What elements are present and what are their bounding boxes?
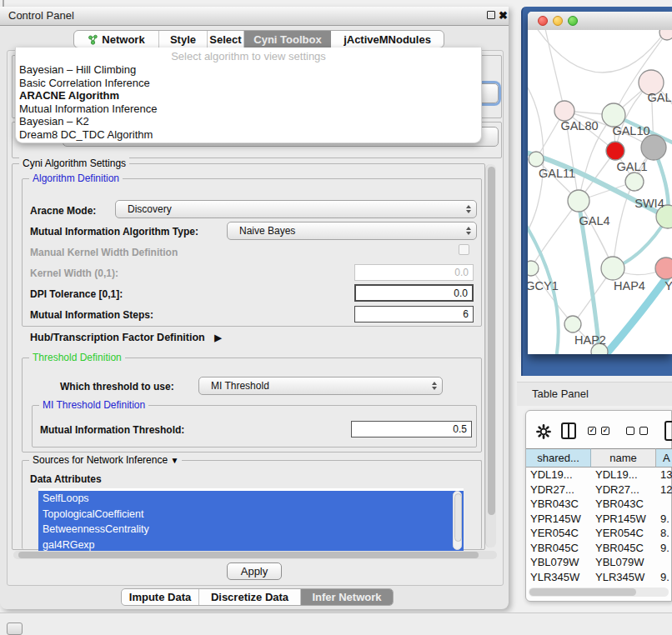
which-threshold-combo[interactable]: MI Threshold [198, 377, 443, 395]
dropdown-item[interactable]: Bayesian – K2 [16, 115, 481, 128]
table-panel-titlebar[interactable]: Table Panel [517, 382, 672, 406]
node-top-partial[interactable] [659, 30, 672, 40]
table-row[interactable]: YBR043C YBR043C [526, 497, 672, 512]
node-gcy1[interactable] [528, 261, 539, 276]
node-left-small[interactable] [529, 152, 544, 167]
column-browser-button[interactable] [561, 422, 576, 439]
control-panel-titlebar[interactable]: Control Panel [0, 7, 509, 26]
dropdown-item[interactable]: Dream8 DC_TDC Algorithm [16, 128, 481, 142]
mi-threshold-field[interactable]: 0.5 [351, 421, 472, 438]
cell-shared: YBR043C [526, 497, 591, 512]
node-label: GAL4 [579, 214, 609, 228]
dropdown-item-selected[interactable]: ARACNE Algorithm [16, 89, 481, 102]
zoom-traffic-light[interactable] [568, 16, 578, 26]
table-row[interactable]: YER054C YER054C 8. [526, 526, 672, 541]
table-row[interactable]: YBL079W YBL079W [526, 555, 672, 570]
node-gal4[interactable] [568, 190, 589, 212]
settings-horizontal-scrollbar[interactable] [13, 551, 497, 559]
manual-kernel-checkbox[interactable] [459, 244, 469, 255]
tab-infer-network[interactable]: Infer Network [301, 589, 393, 605]
cell-name: YDR27... [591, 482, 656, 498]
node-label: GCY1 [528, 279, 559, 292]
data-attributes-list[interactable]: SelfLoops TopologicalCoefficient Between… [38, 488, 464, 552]
node-label: GAL11 [539, 167, 575, 180]
table-row[interactable]: YDR27... YDR27... 12 [526, 482, 672, 498]
table-settings-button[interactable] [536, 424, 551, 442]
checked-box-icon: ✓ [601, 427, 609, 435]
table-row[interactable]: YLR345W YLR345W 9. [526, 570, 672, 585]
list-scrollbar[interactable] [453, 491, 462, 550]
dropdown-item[interactable]: Mutual Information Inference [16, 102, 481, 116]
tab-select[interactable]: Select [208, 31, 244, 48]
tab-style[interactable]: Style [159, 31, 208, 48]
node-gal80[interactable] [554, 101, 574, 121]
node-gal1[interactable] [625, 172, 644, 191]
algorithm-definition-title: Algorithm Definition [29, 172, 123, 185]
table-row[interactable]: YPR145W YPR145W 9. [526, 512, 672, 527]
column-header-shared[interactable]: shared... [526, 448, 591, 468]
mi-steps-label: Mutual Information Steps: [30, 309, 153, 321]
table-horizontal-scrollbar[interactable] [529, 588, 669, 597]
tab-impute-data-label: Impute Data [129, 591, 191, 603]
float-window-icon[interactable] [487, 11, 495, 19]
node-red[interactable] [606, 142, 624, 160]
tab-jactivemnodules[interactable]: jActiveMNodules [331, 31, 444, 48]
tab-impute-data[interactable]: Impute Data [122, 589, 199, 605]
node-hap4[interactable] [601, 257, 624, 280]
network-window-titlebar[interactable] [528, 12, 672, 31]
cell-shared: YBL079W [526, 555, 591, 570]
node-salmon[interactable] [655, 258, 672, 279]
dropdown-item[interactable]: Basic Correlation Inference [16, 77, 481, 90]
sources-toggle[interactable]: Sources for Network Inference ▼ [29, 454, 182, 467]
hub-definition-toggle[interactable]: Hub/Transcription Factor Definition ▶ [30, 332, 222, 343]
combo-arrows-icon [466, 205, 471, 213]
aracne-mode-combo[interactable]: Discovery [115, 200, 477, 218]
table-row[interactable]: YDL19... YDL19... 13 [526, 468, 672, 482]
cell-value [656, 497, 672, 512]
tab-cyni-toolbox[interactable]: Cyni Toolbox [244, 31, 331, 48]
bottom-strip [0, 612, 672, 635]
tab-network[interactable]: Network [74, 31, 159, 48]
network-canvas[interactable]: GAL GAL80 GAL10 GAL11 GAL1 SWI4 GAL4 GCY… [528, 30, 672, 354]
export-table-button[interactable] [664, 421, 672, 441]
mi-steps-field[interactable]: 6 [354, 306, 474, 322]
mi-type-combo[interactable]: Naive Bayes [227, 222, 477, 240]
node-gray[interactable] [641, 135, 666, 160]
dropdown-item[interactable]: Bayesian – Hill Climbing [16, 63, 481, 77]
table-row[interactable]: YIL052C YIL052C 9 [526, 584, 672, 586]
cyni-algorithm-settings-title: Cyni Algorithm Settings [19, 158, 129, 170]
algorithm-dropdown-popup: Select algorithm to view settings Bayesi… [15, 48, 482, 143]
cell-shared: YDL19... [526, 468, 591, 482]
column-header-name[interactable]: name [591, 448, 656, 468]
cell-value [656, 555, 672, 570]
dpi-tolerance-field[interactable]: 0.0 [354, 284, 474, 302]
apply-button[interactable]: Apply [227, 562, 282, 580]
kernel-width-field[interactable]: 0.0 [354, 264, 474, 281]
node-hap2[interactable] [564, 316, 581, 332]
deselect-all-button[interactable] [626, 427, 648, 435]
cell-shared: YPR145W [526, 512, 591, 527]
list-item[interactable]: TopologicalCoefficient [38, 507, 464, 522]
column-header-partial[interactable]: A [656, 448, 672, 468]
select-all-button[interactable]: ✓ ✓ [588, 427, 609, 435]
table-row[interactable]: YBR045C YBR045C 9. [526, 541, 672, 556]
cell-shared: YBR045C [526, 541, 591, 556]
cell-value: 9 [656, 584, 672, 586]
cell-value: 9. [656, 541, 672, 556]
cell-value: 9. [656, 512, 672, 527]
cell-shared: YER054C [526, 526, 591, 541]
list-item[interactable]: SelfLoops [38, 491, 464, 507]
tab-discretize-data[interactable]: Discretize Data [199, 589, 301, 605]
split-columns-icon [568, 424, 569, 438]
node-gal10[interactable] [602, 103, 625, 127]
settings-vertical-scrollbar[interactable] [485, 164, 496, 548]
close-traffic-light[interactable] [538, 16, 548, 26]
threshold-definition-title: Threshold Definition [29, 352, 125, 364]
minimize-traffic-light[interactable] [553, 16, 563, 26]
partial-bottom-button[interactable] [7, 622, 23, 635]
tab-cyni-toolbox-label: Cyni Toolbox [253, 33, 321, 46]
network-graph: GAL GAL80 GAL10 GAL11 GAL1 SWI4 GAL4 GCY… [528, 30, 672, 354]
list-item[interactable]: BetweennessCentrality [38, 522, 464, 538]
network-node-labels: GAL GAL80 GAL10 GAL11 GAL1 SWI4 GAL4 GCY… [528, 91, 672, 347]
close-icon[interactable]: ✖ [499, 7, 508, 25]
